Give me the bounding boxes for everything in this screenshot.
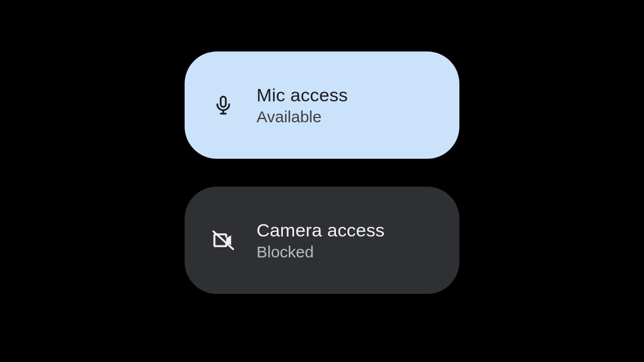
camera-text-group: Camera access Blocked — [257, 220, 385, 261]
camera-access-status: Blocked — [257, 243, 385, 261]
mic-access-status: Available — [257, 108, 348, 126]
mic-access-tile[interactable]: Mic access Available — [185, 51, 459, 159]
camera-off-icon — [208, 225, 238, 255]
svg-rect-0 — [221, 97, 226, 107]
mic-text-group: Mic access Available — [257, 85, 348, 126]
camera-access-tile[interactable]: Camera access Blocked — [185, 187, 459, 294]
mic-access-title: Mic access — [257, 85, 348, 106]
camera-access-title: Camera access — [257, 220, 385, 241]
quick-settings-panel: Mic access Available Camera access Block… — [0, 0, 644, 362]
microphone-icon — [208, 90, 238, 120]
